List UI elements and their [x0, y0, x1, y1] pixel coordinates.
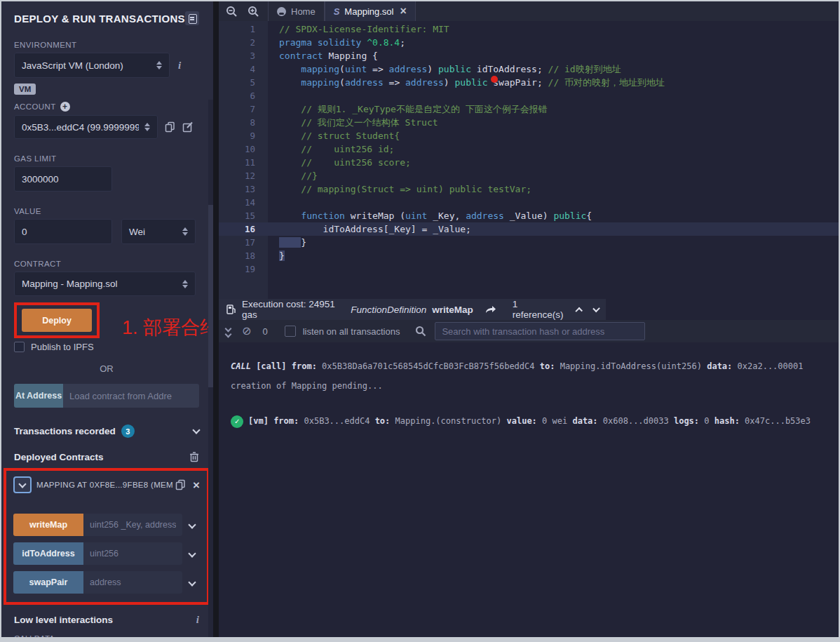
references-count: 1 reference(s) [513, 299, 564, 320]
code-text: mapping(address => address) public swapP… [268, 76, 665, 89]
code-text: } [268, 236, 306, 249]
code-text: mapping(uint => address) public idToAddr… [268, 62, 621, 76]
code-line-8[interactable]: 8 // 我们定义一个结构体 Struct [219, 116, 839, 129]
code-line-2[interactable]: 2pragma solidity ^0.8.4; [219, 36, 839, 49]
expand-terminal-icon[interactable] [226, 326, 231, 337]
code-line-13[interactable]: 13 // mapping(Struct => uint) public tes… [219, 182, 839, 196]
line-number: 11 [219, 156, 268, 169]
home-icon [277, 7, 286, 16]
code-line-6[interactable]: 6 [219, 89, 839, 102]
code-line-16[interactable]: 16 idToAddress[_Key] = _Value; [219, 222, 839, 236]
function-args-input-writeMap[interactable] [83, 514, 182, 536]
line-number: 12 [219, 169, 268, 182]
gas-limit-inputbox [14, 166, 112, 192]
account-select[interactable]: 0x5B3...eddC4 (99.9999999 [14, 115, 158, 139]
clear-instances-trash-icon[interactable] [189, 451, 199, 462]
publish-ipfs-checkbox[interactable] [14, 342, 25, 352]
zoom-in-icon[interactable] [248, 6, 259, 18]
code-line-19[interactable]: 19 [219, 262, 839, 276]
code-line-4[interactable]: 4 mapping(uint => address) public idToAd… [219, 62, 839, 76]
function-button-idToAddress[interactable]: idToAddress [13, 542, 83, 565]
code-line-18[interactable]: 18} [219, 249, 839, 262]
value-unit-select[interactable]: Wei [121, 219, 196, 244]
code-line-3[interactable]: 3contract Mapping { [219, 49, 839, 62]
function-row-idToAddress: idToAddress [13, 542, 200, 565]
edit-account-icon[interactable] [182, 121, 194, 133]
at-address-input[interactable] [63, 384, 199, 408]
environment-info-icon[interactable]: i [178, 60, 181, 72]
vm-badge: VM [14, 83, 36, 95]
code-line-10[interactable]: 10 // uint256 id; [219, 142, 839, 156]
go-to-reference-icon[interactable] [485, 305, 497, 314]
terminal-search-input[interactable] [435, 322, 645, 340]
instance-close-icon[interactable]: × [193, 479, 200, 491]
panel-scrollbar[interactable] [208, 100, 213, 637]
copy-instance-address-icon[interactable] [175, 479, 186, 490]
code-line-17[interactable]: 17 } [219, 236, 839, 249]
terminal-log-row-3: ✓[vm] from: 0x5B3...eddC4 to: Mapping.(c… [231, 414, 832, 428]
ast-node-name: writeMap [432, 305, 473, 315]
low-level-info-icon[interactable]: i [196, 614, 199, 626]
listen-all-transactions-checkbox[interactable] [285, 326, 296, 337]
code-editor[interactable]: 1// SPDX-License-Identifier: MIT2pragma … [219, 21, 839, 299]
contract-select[interactable]: Mapping - Mapping.sol [14, 272, 196, 296]
add-account-icon[interactable]: + [60, 102, 70, 112]
close-tab-icon[interactable]: × [400, 5, 406, 18]
gas-limit-input[interactable] [22, 174, 104, 185]
tab-mapping-sol[interactable]: SMapping.sol× [325, 1, 416, 21]
function-button-writeMap[interactable]: writeMap [13, 514, 83, 536]
code-line-7[interactable]: 7 // 规则1. _KeyType不能是自定义的 下面这个例子会报错 [219, 102, 839, 116]
code-text: // uint256 score; [268, 156, 411, 169]
gas-limit-label: GAS LIMIT [14, 154, 199, 163]
expand-function-chevron-icon[interactable] [188, 521, 196, 528]
function-button-swapPair[interactable]: swapPair [13, 571, 83, 594]
check-icon[interactable]: ✓ [231, 415, 243, 428]
remix-ide-window: DEPLOY & RUN TRANSACTIONS ENVIRONMENT Ja… [0, 0, 840, 642]
line-number: 1 [219, 22, 268, 36]
value-input[interactable] [22, 227, 104, 237]
account-label: ACCOUNT [14, 102, 56, 111]
code-line-5[interactable]: 5 mapping(address => address) public swa… [219, 76, 839, 89]
next-reference-chevron-icon[interactable] [592, 305, 600, 313]
code-line-1[interactable]: 1// SPDX-License-Identifier: MIT [219, 22, 839, 36]
contract-label: CONTRACT [14, 260, 199, 268]
instance-collapse-chevron-icon[interactable] [13, 476, 32, 493]
pending-count: 0 [262, 326, 267, 337]
expand-function-chevron-icon[interactable] [188, 578, 196, 586]
tab-home[interactable]: Home [268, 1, 325, 21]
clear-console-icon[interactable]: ⊘ [242, 326, 251, 337]
line-number: 2 [219, 36, 268, 49]
instance-title: MAPPING AT 0XF8E...9FBE8 (MEM [36, 481, 175, 489]
line-number: 5 [219, 76, 268, 89]
code-line-15[interactable]: 15 function writeMap (uint _Key, address… [219, 209, 839, 222]
value-inputbox [14, 219, 112, 244]
tab-label: Home [291, 6, 316, 17]
account-value: 0x5B3...eddC4 (99.9999999 [22, 122, 139, 133]
transactions-count-badge: 3 [121, 424, 135, 438]
line-number: 7 [219, 102, 268, 116]
previous-reference-chevron-icon[interactable] [575, 307, 583, 315]
at-address-button[interactable]: At Address [14, 384, 63, 408]
line-number: 4 [219, 62, 268, 76]
code-line-9[interactable]: 9 // struct Student{ [219, 129, 839, 142]
environment-select[interactable]: JavaScript VM (London) [14, 53, 170, 78]
code-line-14[interactable]: 14 [219, 196, 839, 209]
code-line-12[interactable]: 12 //} [219, 169, 839, 182]
function-args-input-idToAddress[interactable] [83, 542, 182, 565]
line-number: 17 [219, 236, 268, 249]
stepper-icon [144, 123, 150, 131]
documentation-icon[interactable] [185, 11, 199, 25]
zoom-out-icon[interactable] [226, 6, 238, 18]
publish-ipfs-label: Publish to IPFS [31, 342, 94, 352]
copy-account-icon[interactable] [165, 121, 175, 133]
line-number: 6 [219, 89, 268, 102]
code-text: // struct Student{ [268, 129, 400, 142]
panel-divider[interactable] [213, 1, 219, 637]
code-line-11[interactable]: 11 // uint256 score; [219, 156, 839, 169]
deploy-button[interactable]: Deploy [22, 309, 92, 332]
gas-pump-icon [226, 304, 236, 315]
code-text [268, 262, 279, 276]
transactions-chevron-icon[interactable] [192, 426, 200, 434]
function-args-input-swapPair[interactable] [83, 571, 182, 594]
expand-function-chevron-icon[interactable] [188, 549, 196, 557]
